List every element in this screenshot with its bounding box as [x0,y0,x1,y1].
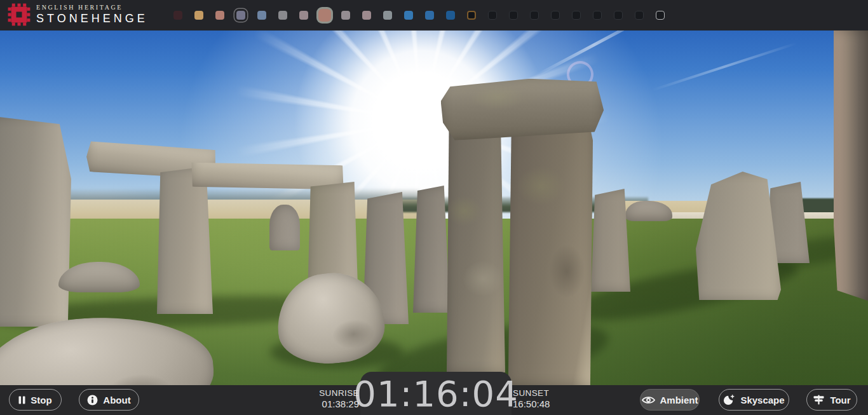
timeline-dot-24[interactable] [656,11,665,20]
timeline-dot-16[interactable] [488,11,497,20]
signpost-icon [813,394,825,405]
skyscape-button[interactable]: Skyscape [719,389,789,411]
timeline-dot-13[interactable] [425,11,434,20]
timeline-dot-10[interactable] [362,11,371,20]
sarsen-upright [591,189,630,292]
sunset-info: SUNSET 16:50:48 [513,388,550,409]
sunrise-label: SUNRISE [319,388,359,398]
tour-button[interactable]: Tour [806,389,857,411]
eye-icon [642,395,655,405]
timeline-dot-7[interactable] [299,11,308,20]
top-bar: ENGLISH HERITAGE STONEHENGE [0,0,868,31]
timeline-dot-12[interactable] [404,11,413,20]
simulation-clock: 01:16:04 [353,373,519,414]
trilithon-upright-right [506,100,593,385]
timeline-dot-6[interactable] [278,11,287,20]
timeline-dot-8[interactable] [318,9,331,22]
sarsen-upright [0,116,71,327]
stop-button[interactable]: Stop [9,389,62,411]
stonehenge-skyscape-app: ENGLISH HERITAGE STONEHENGE [0,0,868,415]
pause-icon [18,396,25,404]
panorama-viewport[interactable] [0,31,868,415]
distant-stone [269,205,300,250]
sarsen-upright [413,186,450,313]
timeline-dot-1[interactable] [173,11,182,20]
ambient-button[interactable]: Ambient [640,389,700,411]
timeline-dot-17[interactable] [509,11,518,20]
sunset-time: 16:50:48 [513,398,550,409]
sunrise-info: SUNRISE 01:38:29 [319,388,359,409]
timeline-dot-9[interactable] [341,11,350,20]
ambient-label: Ambient [660,395,698,405]
timeline-dot-18[interactable] [530,11,539,20]
hour-timeline [0,0,868,31]
trilithon-upright-left [447,112,505,372]
timeline-dot-2[interactable] [194,11,203,20]
timeline-dot-21[interactable] [593,11,602,20]
sunrise-time: 01:38:29 [319,398,359,409]
skyscape-label: Skyscape [740,395,784,405]
timeline-dot-15[interactable] [467,11,476,20]
timeline-dot-4[interactable] [236,11,245,20]
timeline-dot-19[interactable] [551,11,560,20]
clock-panel: 01:16:04 [360,372,512,415]
trilithon-lintel [440,77,604,141]
tour-label: Tour [830,395,850,405]
stop-label: Stop [31,395,51,405]
timeline-dot-14[interactable] [446,11,455,20]
info-icon [87,395,98,405]
timeline-dot-20[interactable] [572,11,581,20]
timeline-dot-5[interactable] [257,11,266,20]
moon-icon [723,394,735,406]
timeline-dot-11[interactable] [383,11,392,20]
timeline-dot-22[interactable] [614,11,623,20]
sarsen-upright [157,167,213,314]
sarsen-upright [834,31,868,301]
about-button[interactable]: About [79,389,139,411]
about-label: About [103,395,130,405]
timeline-dot-23[interactable] [635,11,644,20]
timeline-dot-3[interactable] [215,11,224,20]
sunset-label: SUNSET [513,388,550,398]
